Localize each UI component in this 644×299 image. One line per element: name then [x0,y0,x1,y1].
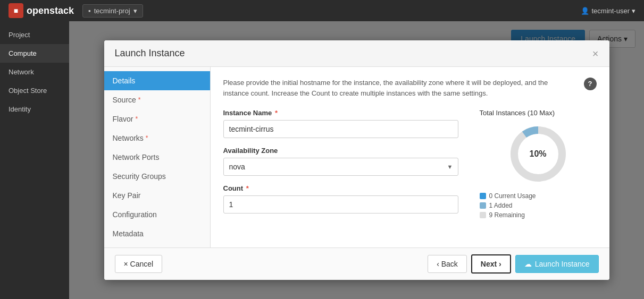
wizard-item-network-ports[interactable]: Network Ports [104,148,210,167]
wizard-details-label: Details [113,76,136,85]
availability-zone-label: Availability Zone [223,147,458,155]
sidebar-item-object-store[interactable]: Object Store [0,81,69,100]
wizard-item-flavor[interactable]: Flavor * [104,109,210,129]
topbar-user[interactable]: 👤 tecmint-user ▾ [581,7,635,15]
logo-text: openstack [27,5,74,16]
form-row: Instance Name * Availability Zone [223,109,597,222]
availability-zone-select[interactable]: nova [223,158,458,176]
legend-dot-added [480,202,486,209]
sidebar-item-identity-label: Identity [9,105,31,113]
topbar-left: ■ openstack ▪ tecmint-proj ▾ [9,3,143,18]
wizard-item-details[interactable]: Details [104,71,210,90]
chart-title: Total Instances (10 Max) [480,109,597,117]
wizard-networks-label: Networks [113,134,144,142]
logo: ■ openstack [9,3,74,18]
sidebar-item-identity[interactable]: Identity [0,100,69,118]
instance-name-input[interactable] [223,120,458,138]
instance-name-label: Instance Name * [223,109,458,117]
modal-header: Launch Instance × [104,40,609,67]
launch-instance-button[interactable]: ☁ Launch Instance [515,255,599,273]
sidebar-item-network-label: Network [9,68,34,76]
legend: 0 Current Usage 1 Added 9 Remaining [480,192,597,219]
wizard-item-networks[interactable]: Networks * [104,129,210,148]
help-text-container: Please provide the initial hostname for … [223,78,597,98]
donut-chart: 10% [506,122,570,186]
launch-icon: ☁ [524,260,532,268]
help-text: Please provide the initial hostname for … [223,79,548,97]
layout: Project Compute Network Object Store Ide… [0,21,644,299]
wizard-source-label: Source [113,96,136,104]
wizard-configuration-label: Configuration [113,210,157,219]
count-group: Count * [223,184,458,213]
count-input[interactable] [223,195,458,213]
instance-name-required: * [275,109,278,117]
form-left: Instance Name * Availability Zone [223,109,458,222]
legend-label-remaining: 9 Remaining [489,211,525,219]
wizard-item-source[interactable]: Source * [104,90,210,109]
sidebar-item-project-label: Project [9,31,30,39]
form-right: Total Instances (10 Max) [480,109,597,221]
user-icon: 👤 [581,7,589,15]
wizard-network-ports-label: Network Ports [113,153,160,161]
user-chevron: ▾ [632,7,635,15]
sidebar-item-network[interactable]: Network [0,63,69,81]
donut-label: 10% [529,149,546,159]
main-content: Launch Instance Actions ▾ Launch Instanc… [69,21,644,299]
wizard-key-pair-label: Key Pair [113,191,141,200]
legend-item-current: 0 Current Usage [480,192,597,200]
sidebar: Project Compute Network Object Store Ide… [0,21,69,299]
legend-label-current: 0 Current Usage [489,192,536,200]
topbar: ■ openstack ▪ tecmint-proj ▾ 👤 tecmint-u… [0,0,644,21]
modal-form-content: Please provide the initial hostname for … [211,67,609,247]
wizard-item-key-pair[interactable]: Key Pair [104,186,210,205]
availability-zone-group: Availability Zone nova [223,147,458,176]
footer-right: ‹ Back Next › ☁ Launch Instance [428,254,598,274]
user-label: tecmint-user [591,7,630,15]
availability-zone-select-wrap: nova [223,158,458,176]
legend-label-added: 1 Added [489,202,513,209]
wizard-flavor-required: * [135,115,138,123]
modal-footer: × Cancel ‹ Back Next › ☁ Launch Instance [104,247,609,280]
project-selector[interactable]: ▪ tecmint-proj ▾ [82,4,143,18]
launch-label: Launch Instance [535,260,590,268]
logo-icon: ■ [9,3,23,18]
wizard-source-required: * [138,96,141,104]
wizard-flavor-label: Flavor [113,115,133,123]
next-button[interactable]: Next › [471,254,511,274]
footer-left: × Cancel [115,255,163,273]
instance-name-group: Instance Name * [223,109,458,138]
cancel-button[interactable]: × Cancel [115,255,163,273]
wizard-networks-required: * [146,134,148,142]
sidebar-item-compute-label: Compute [9,49,37,57]
modal-body: Details Source * Flavor * Networks * [104,67,609,247]
launch-instance-modal: Launch Instance × Details Source * [104,40,609,280]
help-icon[interactable]: ? [584,78,597,90]
wizard-nav: Details Source * Flavor * Networks * [104,67,211,247]
wizard-item-security-groups[interactable]: Security Groups [104,167,210,186]
modal-overlay: Launch Instance × Details Source * [69,21,644,299]
wizard-item-configuration[interactable]: Configuration [104,205,210,224]
project-selector-label: tecmint-proj [94,7,130,15]
sidebar-item-object-store-label: Object Store [9,87,47,95]
wizard-security-groups-label: Security Groups [113,172,166,181]
legend-dot-remaining [480,212,486,218]
modal-close-button[interactable]: × [592,48,599,59]
wizard-item-metadata[interactable]: Metadata [104,224,210,243]
wizard-metadata-label: Metadata [113,229,144,238]
legend-item-remaining: 9 Remaining [480,211,597,219]
legend-dot-current [480,193,486,199]
count-label: Count * [223,184,458,192]
back-button[interactable]: ‹ Back [428,255,467,273]
sidebar-item-project[interactable]: Project [0,25,69,44]
count-required: * [246,184,249,192]
project-selector-chevron: ▾ [133,7,137,15]
project-selector-icon: ▪ [88,7,91,15]
legend-item-added: 1 Added [480,202,597,209]
sidebar-item-compute[interactable]: Compute [0,44,69,63]
modal-title: Launch Instance [115,48,185,59]
